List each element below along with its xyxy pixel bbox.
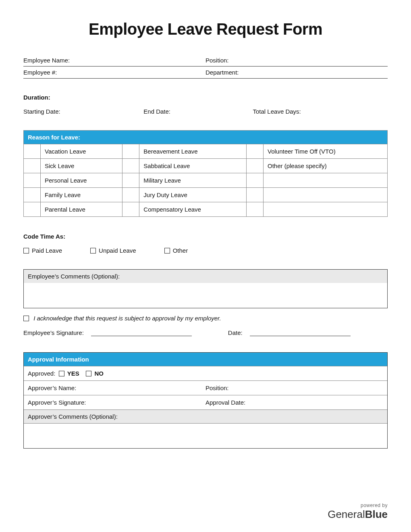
employee-comments-box: Employee’s Comments (Optional): (23, 269, 388, 308)
code-opt-other[interactable]: Other (164, 247, 188, 254)
employee-signature-field[interactable] (91, 329, 192, 336)
reason-label: Sick Leave (41, 159, 122, 173)
reason-label: Bereavement Leave (139, 144, 247, 159)
reason-label: Sabbatical Leave (139, 159, 247, 173)
info-row-1: Employee Name: Position: (23, 54, 388, 66)
approved-label: Approved: (28, 370, 55, 377)
reason-label: Other (please specify) (263, 159, 387, 173)
reason-check[interactable] (24, 202, 41, 217)
approver-comments-label: Approver’s Comments (Optional): (24, 409, 387, 423)
reason-check[interactable] (246, 144, 263, 159)
reason-check[interactable] (122, 173, 139, 188)
reason-label: Compensatory Leave (139, 202, 247, 217)
code-opt-unpaid[interactable]: Unpaid Leave (90, 247, 136, 254)
reason-check[interactable] (24, 159, 41, 173)
starting-date-field[interactable]: Starting Date: (23, 108, 143, 115)
approver-name-field[interactable]: Approver’s Name: (28, 384, 206, 391)
footer-brand: powered by GeneralBlue (328, 503, 388, 521)
reason-label: Volunteer Time Off (VTO) (263, 144, 387, 159)
ack-text: I acknowledge that this request is subje… (33, 315, 221, 322)
reason-table: Reason for Leave: Vacation Leave Bereave… (23, 130, 388, 217)
ack-row[interactable]: I acknowledge that this request is subje… (23, 315, 388, 322)
page-title: Employee Leave Request Form (23, 20, 388, 38)
reason-check[interactable] (246, 202, 263, 217)
checkbox-icon[interactable] (90, 248, 96, 254)
employee-comments-field[interactable] (24, 283, 387, 308)
approved-no[interactable]: NO (86, 370, 104, 377)
reason-label (263, 188, 387, 202)
approval-section: Approval Information Approved: YES NO Ap… (23, 352, 388, 449)
reason-check[interactable] (24, 173, 41, 188)
code-time-heading: Code Time As: (23, 233, 388, 240)
duration-row: Starting Date: End Date: Total Leave Day… (23, 108, 388, 115)
reason-label: Military Leave (139, 173, 247, 188)
reason-check[interactable] (24, 144, 41, 159)
employee-comments-label: Employee’s Comments (Optional): (24, 270, 387, 283)
reason-label: Personal Leave (41, 173, 122, 188)
approval-date-field[interactable]: Approval Date: (206, 399, 383, 406)
duration-heading: Duration: (23, 94, 388, 101)
approver-position-field[interactable]: Position: (206, 384, 383, 391)
brand-logo: GeneralBlue (328, 508, 388, 521)
reason-check[interactable] (246, 188, 263, 202)
reason-label: Vacation Leave (41, 144, 122, 159)
code-opt-paid[interactable]: Paid Leave (23, 247, 62, 254)
reason-check[interactable] (122, 188, 139, 202)
reason-check[interactable] (24, 188, 41, 202)
approver-comments-field[interactable] (24, 423, 387, 448)
checkbox-icon[interactable] (23, 248, 29, 254)
checkbox-icon[interactable] (23, 316, 29, 321)
approval-header: Approval Information (24, 353, 387, 366)
reason-check[interactable] (122, 144, 139, 159)
employee-signature-label: Employee’s Signature: (23, 329, 84, 336)
reason-label (263, 173, 387, 188)
checkbox-icon[interactable] (86, 371, 91, 376)
end-date-field[interactable]: End Date: (143, 108, 253, 115)
checkbox-icon[interactable] (164, 248, 170, 254)
total-days-field[interactable]: Total Leave Days: (253, 108, 388, 115)
reason-check[interactable] (246, 173, 263, 188)
position-field[interactable]: Position: (206, 57, 388, 64)
info-row-2: Employee #: Department: (23, 66, 388, 79)
reason-label: Jury Duty Leave (139, 188, 247, 202)
approver-signature-field[interactable]: Approver’s Signature: (28, 399, 206, 406)
reason-label (263, 202, 387, 217)
checkbox-icon[interactable] (59, 371, 64, 376)
department-field[interactable]: Department: (206, 69, 388, 76)
reason-label: Parental Leave (41, 202, 122, 217)
approved-yes[interactable]: YES (59, 370, 79, 377)
reason-check[interactable] (122, 202, 139, 217)
employee-name-field[interactable]: Employee Name: (23, 57, 206, 64)
powered-by-label: powered by (328, 503, 388, 508)
reason-check[interactable] (246, 159, 263, 173)
date-field[interactable] (250, 329, 351, 336)
reason-check[interactable] (122, 159, 139, 173)
employee-num-field[interactable]: Employee #: (23, 69, 206, 76)
date-label: Date: (228, 329, 243, 336)
reason-label: Family Leave (41, 188, 122, 202)
reason-header: Reason for Leave: (24, 131, 388, 144)
